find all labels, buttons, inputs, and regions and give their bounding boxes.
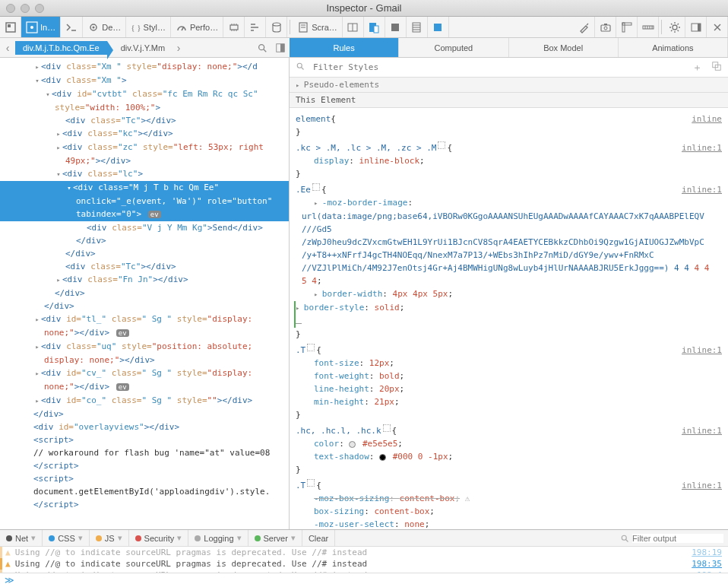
close-icon[interactable] — [6, 4, 15, 13]
pseudo-elements-header[interactable]: Pseudo-elements — [290, 78, 728, 93]
filter-styles-input[interactable] — [311, 60, 686, 75]
paint-flashing-button[interactable] — [385, 17, 407, 37]
iframe-picker-button[interactable] — [0, 17, 21, 37]
tab-scratchpad[interactable]: Scra… — [293, 17, 343, 37]
source-link[interactable]: inline:1 — [682, 183, 722, 196]
tab-perf-label: Perfo… — [190, 23, 218, 32]
tab-style-label: Styl… — [144, 23, 166, 32]
source-link[interactable]: inline — [692, 113, 722, 125]
tab-inspector[interactable]: In… — [21, 17, 61, 37]
eyedropper-button[interactable] — [574, 17, 595, 37]
screenshot-button[interactable] — [595, 17, 616, 37]
svg-line-51 — [302, 68, 304, 70]
breadcrumb-prev-button[interactable]: ‹ — [0, 42, 15, 54]
tab-rules[interactable]: Rules — [290, 38, 399, 57]
grab-color-button[interactable] — [428, 17, 449, 37]
event-badge[interactable]: ev — [116, 383, 129, 391]
tab-console[interactable] — [61, 17, 83, 37]
dom-tree-panel[interactable]: ▸<div class="Xm " style="display: none;"… — [0, 58, 290, 529]
tab-memory[interactable] — [223, 17, 245, 37]
selector-state-icon[interactable] — [307, 479, 315, 487]
selector-state-icon[interactable] — [438, 141, 445, 149]
secondary-toolbar: ‹ div.M.j.T.b.hc.Qm.Ee div.V.j.Y.Mm › Ru… — [0, 38, 728, 58]
clear-console-button[interactable]: Clear — [302, 530, 335, 546]
this-element-header: This Element — [290, 93, 728, 108]
color-swatch-icon[interactable] — [349, 441, 356, 448]
traffic-lights — [0, 4, 44, 13]
svg-point-46 — [259, 44, 264, 49]
toggle-split-button[interactable] — [343, 17, 364, 37]
source-link[interactable]: inline:1 — [682, 141, 722, 154]
filter-server-button[interactable]: Server ▾ — [248, 530, 302, 546]
console-prompt[interactable]: ≫ — [0, 573, 728, 584]
svg-rect-24 — [374, 26, 378, 33]
measure-button[interactable] — [638, 17, 659, 37]
selected-dom-node[interactable]: ▾<div class="M j T b hc Qm Ee" — [0, 181, 289, 195]
svg-point-3 — [30, 26, 33, 29]
console-log[interactable]: ▲Using //@ to indicate sourceURL pragmas… — [0, 547, 728, 573]
event-badge[interactable]: ev — [116, 329, 129, 337]
svg-line-55 — [626, 539, 628, 541]
source-link[interactable]: inline:1 — [682, 424, 722, 437]
rulers-button[interactable] — [616, 17, 638, 37]
selector-state-icon[interactable] — [312, 183, 320, 191]
filter-css-button[interactable]: CSS ▾ — [43, 530, 90, 546]
warning-icon: ▲ — [5, 559, 11, 569]
search-icon — [293, 62, 308, 73]
log-row: ▲Using //@ to indicate sourceURL pragmas… — [0, 547, 728, 558]
svg-point-41 — [673, 25, 677, 30]
main-toolbar: In… De… { } Styl… Perfo… Scra… — [0, 17, 728, 38]
tab-debugger[interactable]: De… — [83, 17, 126, 37]
add-rule-button[interactable]: ＋ — [689, 61, 705, 75]
breadcrumb-next-button[interactable]: › — [171, 42, 186, 54]
tab-scratch-label: Scra… — [312, 23, 337, 32]
breadcrumb-seg-selected[interactable]: div.M.j.T.b.hc.Qm.Ee — [15, 41, 107, 55]
filter-output-input[interactable] — [632, 534, 723, 543]
window-titlebar: Inspector - Gmail — [0, 0, 728, 17]
tab-inspector-label: In… — [40, 23, 55, 32]
color-swatch-icon[interactable] — [379, 454, 386, 461]
filter-net-button[interactable]: Net ▾ — [0, 530, 43, 546]
tab-box-model[interactable]: Box Model — [509, 38, 619, 57]
responsive-mode-button[interactable] — [364, 17, 385, 37]
log-location-link[interactable]: 198:19 — [692, 548, 725, 557]
source-link[interactable]: inline:1 — [682, 344, 722, 357]
source-link[interactable]: inline:1 — [682, 479, 722, 492]
svg-point-54 — [622, 535, 626, 540]
selector-state-icon[interactable] — [383, 424, 391, 432]
event-badge[interactable]: ev — [148, 211, 161, 218]
zoom-icon[interactable] — [35, 4, 44, 13]
tab-performance[interactable]: Perfo… — [171, 17, 223, 37]
rules-list[interactable]: element {inline } .kc > .M, .lc > .M, .z… — [290, 108, 728, 529]
toggle-classes-button[interactable] — [708, 61, 725, 74]
edit-html-button[interactable] — [271, 43, 290, 53]
main-content: ▸<div class="Xm " style="display: none;"… — [0, 58, 728, 529]
minimize-icon[interactable] — [21, 4, 30, 13]
tab-animations[interactable]: Animations — [619, 38, 728, 57]
dock-side-button[interactable] — [685, 17, 707, 37]
svg-rect-25 — [391, 24, 399, 31]
tab-computed[interactable]: Computed — [399, 38, 508, 57]
svg-point-32 — [604, 27, 607, 30]
selector-state-icon[interactable] — [307, 344, 315, 351]
tab-storage[interactable] — [266, 17, 287, 37]
log-location-link[interactable]: 198:35 — [692, 559, 725, 569]
svg-point-50 — [297, 63, 302, 68]
svg-rect-30 — [434, 24, 442, 31]
console-panel: Net ▾ CSS ▾ JS ▾ Security ▾ Logging ▾ Se… — [0, 529, 728, 584]
tab-style-editor[interactable]: { } Styl… — [126, 17, 171, 37]
tab-network[interactable] — [245, 17, 266, 37]
tilt-3d-button[interactable] — [407, 17, 428, 37]
breadcrumb-seg-child[interactable]: div.V.j.Y.Mm — [115, 41, 172, 55]
svg-rect-1 — [8, 24, 11, 27]
tab-debugger-label: De… — [102, 23, 121, 32]
filter-js-button[interactable]: JS ▾ — [90, 530, 129, 546]
filter-security-button[interactable]: Security ▾ — [129, 530, 189, 546]
settings-button[interactable] — [664, 17, 685, 37]
svg-point-5 — [93, 26, 95, 28]
filter-logging-button[interactable]: Logging ▾ — [188, 530, 248, 546]
log-location-link[interactable]: 198:4 — [697, 570, 725, 573]
svg-rect-49 — [280, 43, 284, 52]
close-devtools-button[interactable] — [707, 17, 728, 37]
search-dom-button[interactable] — [253, 43, 271, 53]
